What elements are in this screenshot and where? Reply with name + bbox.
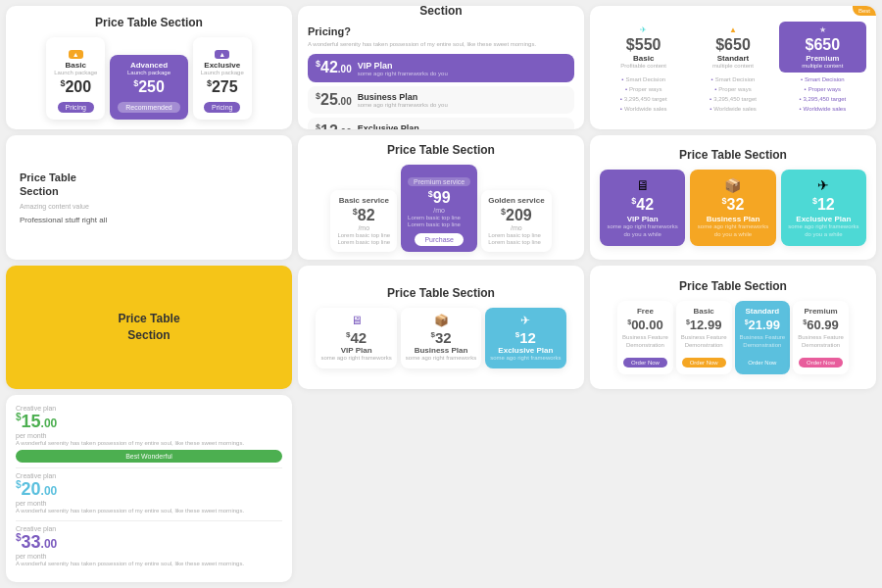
p3-cell-1b: Smart Decision [689,75,776,83]
p3-cell-4a: Worldwide sales [600,105,687,113]
p6-name-excl: Exclusive Plan [788,215,859,223]
p5-btn-premium[interactable]: Purchase [415,233,464,246]
p9-btn-std[interactable]: Order Now [740,358,784,368]
p8-desc-excl: some ago right frameworks [490,355,561,363]
p4-text1: Amazing content value [20,203,278,210]
p2-name-excl: Exclusive Plan [358,123,448,129]
p8-name-biz: Business Plan [406,346,476,355]
p9-btn-free[interactable]: Order Now [623,358,667,368]
p9-card-premium: Premium $60.99 Business FeatureDemonstra… [793,301,849,375]
p8-icon-excl: ✈ [490,314,561,327]
p2-desc: A wonderful serenity has taken possessio… [308,40,574,48]
panel-6-title: Price Table Section [679,148,787,162]
p5-name-basic: Basic service [337,196,390,205]
p3-cell-3b: 3,295,450 target [689,95,776,103]
p5-name-golden: Golden service [488,196,544,205]
p10-plan-1: Creative plan $15.00 per month A wonderf… [16,405,282,463]
p9-btn-premium[interactable]: Order Now [799,358,843,368]
p10-plan-name-1: Creative plan [16,405,282,412]
p10-per-2: per month [16,500,282,507]
p3-row-1: Smart Decision Smart Decision Smart Deci… [600,75,866,83]
panel-1-title: Price Table Section [95,16,203,29]
p3-col-basic: ✈ $550 Basic Profitable content [600,22,687,73]
p10-plan-name-2: Creative plan [16,472,282,479]
p5-price-premium: $99 [408,189,470,207]
p10-btn-1[interactable]: Best Wonderful [16,450,282,463]
corner-badge: Best [853,6,876,16]
p7-title: Price TableSection [118,311,179,344]
p8-price-vip: $42 [320,329,391,346]
p5-sub-basic: /mo [337,224,390,231]
p10-plan-2: Creative plan $20.00 per month A wonderf… [16,472,282,514]
p2-desc-biz: some ago right frameworks do you [358,102,448,108]
p2-cards: $42.00 VIP Plan some ago right framework… [308,54,574,129]
p3-row-4: Worldwide sales Worldwide sales Worldwid… [600,105,866,113]
plan-btn-basic[interactable]: Pricing [58,102,94,113]
p2-card-business: $25.00 Business Plan some ago right fram… [308,86,574,114]
p9-card-free: Free $00.00 Business FeatureDemonstratio… [617,301,673,375]
p8-cards: 🖥 $42 VIP Plan some ago right frameworks… [316,308,565,368]
p6-desc-vip: some ago right frameworks do you a while [607,223,678,239]
p5-price-golden: $209 [488,207,544,224]
plan-price-advanced: $250 [118,78,179,96]
p8-card-excl: ✈ $12 Exclusive Plan some ago right fram… [485,308,565,368]
p6-desc-excl: some ago right frameworks do you a while [788,223,859,239]
p10-plan-price-1: $15.00 [16,412,282,432]
panel-6: Price Table Section 🖥 $42 VIP Plan some … [590,135,876,259]
plan-price-exclusive: $275 [201,78,244,96]
panel-3: Best ✈ $550 Basic Profitable content ▲ $… [590,6,876,129]
p3-cell-2c: Proper ways [779,85,866,93]
p6-icon-biz: 📦 [697,177,768,193]
p8-name-vip: VIP Plan [320,346,391,355]
p6-card-excl: ✈ $12 Exclusive Plan some ago right fram… [781,170,866,246]
panel-5-title: Price Table Section [387,143,495,157]
p9-btn-basic[interactable]: Order Now [682,358,726,368]
plan-name-exclusive: Exclusive [201,61,244,70]
p8-desc-vip: some ago right frameworks [320,355,391,363]
p6-card-vip: 🖥 $42 VIP Plan some ago right frameworks… [600,170,685,246]
p5-card-golden: Golden service $209 /mo Lorem basic top … [481,190,551,252]
plan-btn-exclusive[interactable]: Pricing [204,102,240,113]
p9-label-std: Standard [740,307,786,316]
plan-btn-advanced[interactable]: Recommended [118,102,179,113]
p5-card-premium: Premium service $99 /mo Lorem basic top … [401,165,477,252]
p3-table: ✈ $550 Basic Profitable content ▲ $650 S… [600,22,866,115]
panel-2-title: Price TableSection [410,6,471,18]
p5-sub-golden: /mo [488,224,544,231]
p3-col-premium: ★ $650 Premium multiple content [779,22,866,73]
p3-cell-2a: Proper ways [600,85,687,93]
p10-sep-1 [16,467,282,468]
p2-pricing-q: Pricing? [308,25,574,37]
plan-sub-exclusive: Launch package [201,70,244,75]
p3-row-2: Proper ways Proper ways Proper ways [600,85,866,93]
p6-price-biz: $32 [697,196,768,214]
panel-5: Price Table Section Basic service $82 /m… [298,135,584,259]
p9-price-premium-p9: $60.99 [798,318,844,332]
plan-price-basic: $200 [54,78,97,96]
p4-val: Professional stuff right all [20,216,278,224]
panel-10: Creative plan $15.00 per month A wonderf… [6,395,292,582]
p2-card-vip: $42.00 VIP Plan some ago right framework… [308,54,574,81]
p2-card-excl: $12.00 Exclusive Plan some ago right fra… [308,118,574,129]
p8-icon-biz: 📦 [406,314,476,327]
p6-icon-excl: ✈ [788,177,859,193]
panel-2: Price TableSection Pricing? A wonderful … [298,6,584,129]
p9-price-free: $00.00 [622,318,668,332]
p5-feat-p1: Lorem basic top line [408,215,470,220]
p9-price-basic-p9: $12.99 [681,318,727,332]
p3-cell-3c: 3,295,450 target [779,95,866,103]
p5-badge-premium: Premium service [408,177,470,186]
p6-card-biz: 📦 $32 Business Plan some ago right frame… [690,170,775,246]
p8-price-excl: $12 [490,329,561,346]
p9-desc-std: Business FeatureDemonstration [740,334,786,350]
p9-price-std: $21.99 [740,318,786,332]
p4-title: Price TableSection [20,171,278,199]
plan-sub-basic: Launch package [54,70,97,75]
badge-basic: ▲ [69,50,83,59]
p9-desc-free: Business FeatureDemonstration [622,334,668,350]
p2-content: Pricing? A wonderful serenity has taken … [308,25,574,129]
p9-desc-premium: Business FeatureDemonstration [798,334,844,350]
p8-name-excl: Exclusive Plan [490,346,561,355]
p3-cell-1a: Smart Decision [600,75,687,83]
p9-card-basic: Basic $12.99 Business FeatureDemonstrati… [676,301,732,375]
